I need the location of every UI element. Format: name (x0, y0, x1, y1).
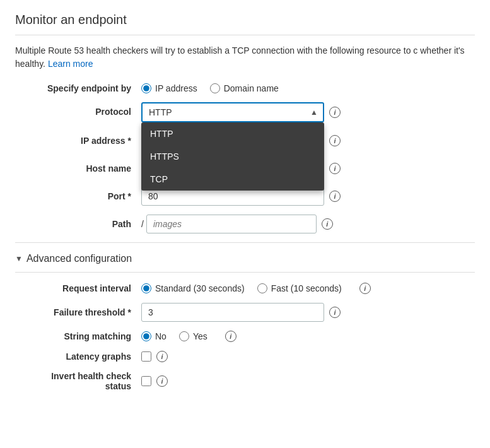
host-name-info-icon[interactable]: i (329, 163, 341, 174)
standard-radio[interactable] (141, 283, 151, 293)
fast-label: Fast (10 seconds) (271, 283, 342, 293)
failure-threshold-label: Failure threshold * (40, 307, 141, 317)
request-interval-row: Request interval Standard (30 seconds) F… (40, 283, 475, 294)
fast-radio[interactable] (257, 283, 267, 293)
fast-option[interactable]: Fast (10 seconds) (257, 283, 342, 293)
advanced-toggle-arrow: ▼ (15, 254, 23, 263)
specify-endpoint-row: Specify endpoint by IP address Domain na… (40, 83, 475, 93)
ip-address-info-icon[interactable]: i (329, 135, 341, 146)
ip-address-option[interactable]: IP address (141, 83, 197, 93)
advanced-divider (15, 242, 475, 243)
path-row: Path / i (40, 215, 475, 233)
endpoint-radio-group: IP address Domain name (141, 83, 279, 93)
yes-radio[interactable] (179, 331, 189, 341)
yes-label: Yes (193, 331, 207, 341)
no-label: No (155, 331, 166, 341)
invert-health-row: Invert health check status i (40, 371, 475, 391)
advanced-divider-2 (15, 272, 475, 273)
path-label: Path (40, 219, 141, 229)
protocol-select[interactable]: HTTP (141, 102, 324, 122)
learn-more-link[interactable]: Learn more (48, 59, 93, 69)
string-matching-row: String matching No Yes i (40, 331, 475, 342)
protocol-dropdown: HTTP HTTPS TCP (141, 122, 324, 191)
dropdown-item-https[interactable]: HTTPS (141, 145, 324, 168)
no-radio[interactable] (141, 331, 151, 341)
standard-label: Standard (30 seconds) (155, 283, 245, 293)
port-label: Port * (40, 191, 141, 201)
advanced-header-label: Advanced configuration (26, 253, 132, 264)
request-interval-label: Request interval (40, 283, 141, 293)
path-prefix: / (141, 219, 144, 229)
domain-name-label: Domain name (224, 83, 279, 93)
domain-name-option[interactable]: Domain name (210, 83, 279, 93)
page-description: Multiple Route 53 health checkers will t… (15, 44, 475, 71)
domain-name-radio[interactable] (210, 83, 220, 93)
endpoint-form: Specify endpoint by IP address Domain na… (40, 83, 475, 233)
advanced-form: Request interval Standard (30 seconds) F… (40, 283, 475, 391)
latency-graphs-checkbox[interactable] (141, 351, 151, 362)
string-matching-info-icon[interactable]: i (225, 331, 236, 342)
protocol-select-wrapper: HTTP ▲ HTTP HTTPS TCP (141, 102, 324, 122)
host-name-label: Host name (40, 163, 141, 174)
failure-threshold-row: Failure threshold * i (40, 303, 475, 322)
ip-address-label: IP address (155, 83, 197, 93)
ip-address-field-label: IP address * (40, 136, 141, 146)
title-divider (15, 35, 475, 35)
advanced-section: ▼ Advanced configuration Request interva… (15, 242, 475, 391)
failure-threshold-input[interactable] (141, 303, 324, 322)
invert-health-label: Invert health check status (40, 371, 141, 391)
failure-threshold-info-icon[interactable]: i (329, 307, 341, 318)
yes-option[interactable]: Yes (179, 331, 207, 341)
path-input[interactable] (146, 215, 317, 233)
protocol-info-icon[interactable]: i (329, 107, 341, 118)
path-info-icon[interactable]: i (322, 218, 333, 230)
latency-graphs-label: Latency graphs (40, 351, 141, 362)
no-option[interactable]: No (141, 331, 166, 341)
string-matching-radio-group: No Yes i (141, 331, 236, 342)
dropdown-item-http[interactable]: HTTP (141, 122, 324, 145)
protocol-label: Protocol (40, 102, 141, 117)
request-interval-info-icon[interactable]: i (359, 283, 371, 294)
ip-address-radio[interactable] (141, 83, 151, 93)
page-title: Monitor an endpoint (15, 13, 475, 27)
latency-graphs-row: Latency graphs i (40, 351, 475, 362)
specify-endpoint-label: Specify endpoint by (40, 83, 141, 93)
advanced-header[interactable]: ▼ Advanced configuration (15, 253, 475, 264)
invert-health-info-icon[interactable]: i (156, 375, 168, 387)
protocol-select-container: HTTP ▲ HTTP HTTPS TCP (141, 102, 324, 122)
string-matching-label: String matching (40, 331, 141, 341)
invert-health-checkbox[interactable] (141, 376, 151, 386)
latency-graphs-info-icon[interactable]: i (156, 351, 168, 362)
standard-option[interactable]: Standard (30 seconds) (141, 283, 245, 293)
protocol-row: Protocol HTTP ▲ HTTP HTTPS TCP i (40, 102, 475, 122)
port-info-icon[interactable]: i (329, 191, 341, 202)
dropdown-item-tcp[interactable]: TCP (141, 168, 324, 191)
request-interval-radio-group: Standard (30 seconds) Fast (10 seconds) … (141, 283, 371, 294)
